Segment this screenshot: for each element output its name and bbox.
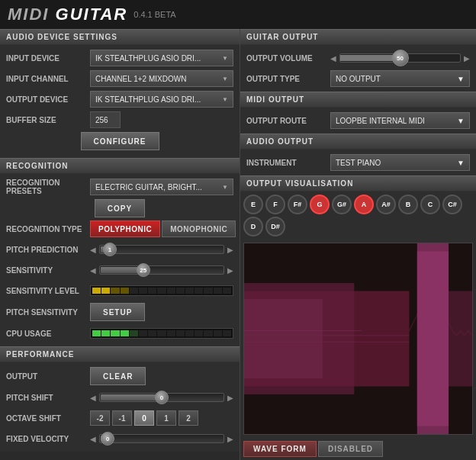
performance-section: OUTPUT CLEAR PITCH SHIFT ◀ 0 ▶ [0,362,240,452]
output-route-dropdown[interactable]: LOOPBE INTERNAL MIDI ▼ [330,112,470,129]
note-btn-A[interactable]: A [354,195,374,214]
svg-rect-3 [244,299,323,378]
sens-right-arrow[interactable]: ▶ [227,266,233,275]
dropdown-arrow-4: ▼ [222,184,228,191]
configure-btn-row: CONFIGURE [6,132,233,150]
output-label: OUTPUT [6,372,90,381]
note-btn-D[interactable]: D [243,217,263,236]
dropdown-arrow-3: ▼ [222,96,228,103]
pitch-prediction-thumb[interactable]: 1 [103,243,117,256]
output-type-dropdown[interactable]: NO OUTPUT ▼ [330,70,470,87]
buffer-size-row: BUFFER SIZE 256 [6,111,233,128]
recognition-type-buttons: POLYPHONIC MONOPHONIC [90,220,236,237]
recognition-presets-dropdown[interactable]: ELECTRIC GUITAR, BRIGHT... ▼ [90,179,233,195]
sensitivity-track[interactable]: 25 [99,265,224,275]
input-device-dropdown[interactable]: IK STEALTHPLUG ASIO DRI... ▼ [90,50,233,66]
polyphonic-button[interactable]: POLYPHONIC [90,220,160,237]
pitch-shift-label: PITCH SHIFT [6,394,90,402]
vol-right-arrow[interactable]: ▶ [464,54,470,63]
cpu-usage-label: CPU USAGE [6,330,90,338]
input-device-label: INPUT DEVICE [6,54,90,63]
note-btn-Gsharp[interactable]: G# [332,195,352,214]
output-row: OUTPUT CLEAR [6,367,233,385]
sensitivity-level-bar [90,285,233,296]
clear-button[interactable]: CLEAR [90,367,146,385]
recognition-type-row: RECOGNITION TYPE POLYPHONIC MONOPHONIC [6,220,233,237]
note-btn-E[interactable]: E [243,195,263,214]
note-btn-G[interactable]: G [310,195,330,214]
setup-button[interactable]: SETUP [90,303,145,321]
fixed-velocity-label: FIXED VELOCITY [6,435,90,443]
note-btn-B[interactable]: B [398,195,418,214]
midi-output-section: OUTPUT ROUTE LOOPBE INTERNAL MIDI ▼ [240,108,476,133]
disabled-button[interactable]: DISABLED [318,441,383,457]
dropdown-arrow: ▼ [222,55,228,62]
output-type-row: OUTPUT TYPE NO OUTPUT ▼ [246,70,470,87]
octave-btn-pos2[interactable]: 2 [178,410,198,426]
copy-btn-row: COPY [6,199,233,217]
ps-right-arrow[interactable]: ▶ [227,394,233,402]
app-container: MIDI GUITAR 0.4.1 BETA AUDIO DEVICE SETT… [0,0,476,460]
output-volume-row: OUTPUT VOLUME ◀ 50 ▶ [246,50,470,66]
audio-output-header: AUDIO OUTPUT [240,133,476,150]
fixed-velocity-track[interactable]: 0 [99,434,224,443]
sensitivity-thumb[interactable]: 25 [137,263,150,277]
sensitivity-level-row: SENSITIVITY LEVEL [6,282,233,299]
pitch-shift-thumb[interactable]: 0 [155,391,169,404]
note-btn-Dsharp[interactable]: D# [265,217,285,236]
sens-left-arrow[interactable]: ◀ [90,266,96,275]
pitch-shift-track[interactable]: 0 [99,393,224,402]
octave-shift-row: OCTAVE SHIFT -2 -1 0 1 2 [6,410,233,426]
fv-left-arrow[interactable]: ◀ [90,435,96,443]
octave-btn-0[interactable]: 0 [134,410,154,426]
fixed-velocity-thumb[interactable]: 0 [101,432,114,446]
dropdown-arrow-7: ▼ [457,159,465,167]
buffer-size-value: 256 [90,111,121,128]
fv-right-arrow[interactable]: ▶ [227,435,233,443]
output-route-label: OUTPUT ROUTE [246,117,330,125]
dropdown-arrow-2: ▼ [222,76,228,82]
vol-left-arrow[interactable]: ◀ [330,54,336,63]
wave-form-button[interactable]: WAVE FORM [243,441,317,457]
svg-rect-6 [449,291,472,387]
output-volume-label: OUTPUT VOLUME [246,54,330,63]
cpu-usage-row: CPU USAGE [6,325,233,342]
sensitivity-label: SENSITIVITY [6,266,90,275]
pitch-prediction-track[interactable]: 1 [99,245,224,254]
octave-btn-neg1[interactable]: -1 [112,410,132,426]
recognition-type-label: RECOGNITION TYPE [6,225,90,233]
guitar-output-section: OUTPUT VOLUME ◀ 50 ▶ OUTPUT TYPE [240,45,476,92]
ps-left-arrow[interactable]: ◀ [90,394,96,402]
midi-output-header: MIDI OUTPUT [240,92,476,108]
slider-left-arrow[interactable]: ◀ [90,246,96,254]
octave-btn-neg2[interactable]: -2 [90,410,110,426]
output-vis-section: EFF#GG#AA#BCC#DD# [240,191,476,460]
sensitivity-slider: ◀ 25 ▶ [90,265,233,275]
recognition-presets-label: RECOGNITION PRESETS [6,179,90,195]
svg-rect-5 [417,243,449,434]
note-btn-Fsharp[interactable]: F# [288,195,307,214]
volume-track[interactable]: 50 [339,53,461,63]
recognition-section: RECOGNITION PRESETS ELECTRIC GUITAR, BRI… [0,174,240,346]
slider-right-arrow[interactable]: ▶ [227,246,233,254]
instrument-dropdown[interactable]: TEST PIANO ▼ [330,154,470,171]
pitch-shift-slider: ◀ 0 ▶ [90,393,233,402]
output-vis-header: OUTPUT VISUALISATION [240,175,476,191]
note-btn-Csharp[interactable]: C# [442,195,462,214]
copy-button[interactable]: COPY [95,199,145,217]
output-type-label: OUTPUT TYPE [246,75,330,83]
note-btn-C[interactable]: C [420,195,440,214]
note-btn-F[interactable]: F [265,195,285,214]
output-device-dropdown[interactable]: IK STEALTHPLUG ASIO DRI... ▼ [90,91,233,108]
configure-button[interactable]: CONFIGURE [81,132,159,150]
note-btn-Asharp[interactable]: A# [376,195,396,214]
volume-knob[interactable]: 50 [392,50,409,66]
input-channel-dropdown[interactable]: CHANNEL 1+2 MIXDOWN ▼ [90,70,233,87]
octave-btn-pos1[interactable]: 1 [156,410,176,426]
output-route-row: OUTPUT ROUTE LOOPBE INTERNAL MIDI ▼ [246,112,470,129]
volume-control: ◀ 50 ▶ [330,53,470,63]
monophonic-button[interactable]: MONOPHONIC [162,220,236,237]
fixed-velocity-slider: ◀ 0 ▶ [90,434,233,443]
buffer-size-label: BUFFER SIZE [6,116,90,124]
waveform-svg [244,243,472,434]
